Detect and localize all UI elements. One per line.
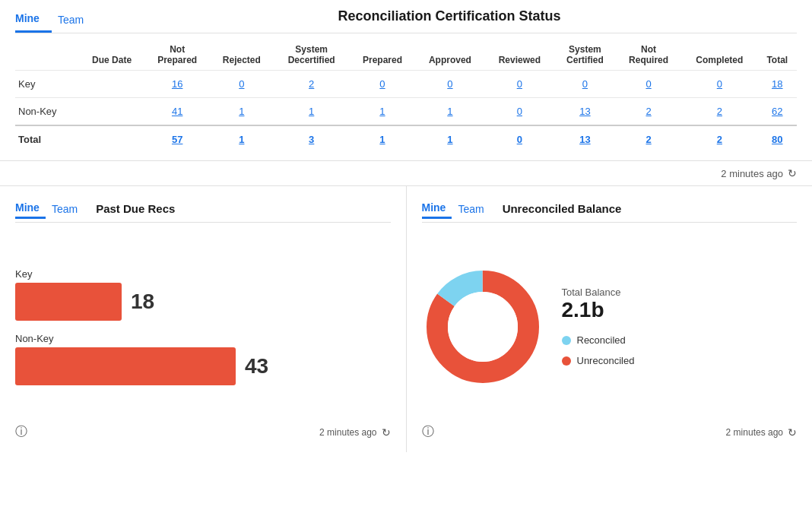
row-total-system-decertified[interactable]: 3 xyxy=(273,125,349,153)
past-due-non-key-value: 43 xyxy=(245,354,268,378)
row-total-total[interactable]: 80 xyxy=(758,125,797,153)
table-row-non-key: Non-Key 41 1 1 1 1 0 13 2 2 62 xyxy=(15,98,797,126)
past-due-key-bar-row: 18 xyxy=(15,283,391,321)
legend-reconciled: Reconciled xyxy=(562,334,635,346)
unreconciled-timestamp: 2 minutes ago xyxy=(726,427,783,438)
row-key-total[interactable]: 18 xyxy=(758,71,797,98)
unreconciled-header: Mine Team Unreconciled Balance xyxy=(422,198,798,223)
unreconciled-content: Total Balance 2.1b Reconciled Unreconcil… xyxy=(422,235,798,418)
row-total-rejected[interactable]: 1 xyxy=(210,125,273,153)
past-due-panel: Mine Team Past Due Recs Key 18 Non-Key 4… xyxy=(0,186,407,452)
table-row-total: Total 57 1 3 1 1 0 13 2 2 80 xyxy=(15,125,797,153)
top-section: Mine Team Reconciliation Certification S… xyxy=(0,0,812,161)
col-header-name xyxy=(15,40,79,71)
row-total-name: Total xyxy=(15,125,79,153)
unreconciled-refresh-icon[interactable]: ↻ xyxy=(788,426,797,439)
past-due-non-key-bar xyxy=(15,347,236,385)
row-non-key-name: Non-Key xyxy=(15,98,79,126)
legend-unreconciled-dot xyxy=(562,356,571,366)
donut-area: Total Balance 2.1b Reconciled Unreconcil… xyxy=(422,235,798,418)
row-key-reviewed[interactable]: 0 xyxy=(485,71,554,98)
past-due-content: Key 18 Non-Key 43 xyxy=(15,235,391,418)
unreconciled-info-icon[interactable]: ⓘ xyxy=(422,424,434,440)
row-key-approved[interactable]: 0 xyxy=(415,71,485,98)
row-key-completed[interactable]: 0 xyxy=(681,71,757,98)
col-header-due-date: Due Date xyxy=(79,40,144,71)
top-refresh-icon[interactable]: ↻ xyxy=(788,167,797,179)
col-header-not-prepared: NotPrepared xyxy=(144,40,210,71)
balance-info: Total Balance 2.1b xyxy=(562,287,635,322)
row-key-not-prepared[interactable]: 16 xyxy=(144,71,210,98)
past-due-tab-mine[interactable]: Mine xyxy=(15,198,46,219)
col-header-prepared: Prepared xyxy=(350,40,415,71)
past-due-title: Past Due Recs xyxy=(96,202,175,215)
row-non-key-completed[interactable]: 2 xyxy=(681,98,757,126)
unreconciled-title: Unreconciled Balance xyxy=(503,202,622,215)
col-header-not-required: NotRequired xyxy=(616,40,681,71)
col-header-reviewed: Reviewed xyxy=(485,40,554,71)
row-non-key-reviewed[interactable]: 0 xyxy=(485,98,554,126)
row-key-not-required[interactable]: 0 xyxy=(616,71,681,98)
donut-svg xyxy=(422,266,544,388)
past-due-key-value: 18 xyxy=(131,290,154,314)
row-non-key-system-certified[interactable]: 13 xyxy=(554,98,616,126)
top-header: Mine Team Reconciliation Certification S… xyxy=(15,0,797,33)
row-non-key-not-prepared[interactable]: 41 xyxy=(144,98,210,126)
legend-reconciled-dot xyxy=(562,336,571,345)
donut-legend: Reconciled Unreconciled xyxy=(562,334,635,366)
top-timestamp-row: 2 minutes ago ↻ xyxy=(0,161,812,186)
balance-value: 2.1b xyxy=(562,298,635,322)
row-key-due-date xyxy=(79,71,144,98)
row-total-reviewed[interactable]: 0 xyxy=(485,125,554,153)
row-total-not-prepared[interactable]: 57 xyxy=(144,125,210,153)
bottom-panels: Mine Team Past Due Recs Key 18 Non-Key 4… xyxy=(0,186,812,452)
unreconciled-tab-team[interactable]: Team xyxy=(458,200,490,218)
legend-unreconciled: Unreconciled xyxy=(562,355,635,366)
unreconciled-footer: ⓘ 2 minutes ago ↻ xyxy=(422,418,798,440)
row-total-prepared[interactable]: 1 xyxy=(350,125,415,153)
row-total-not-required[interactable]: 2 xyxy=(616,125,681,153)
row-total-system-certified[interactable]: 13 xyxy=(554,125,616,153)
table-row-key: Key 16 0 2 0 0 0 0 0 0 18 xyxy=(15,71,797,98)
row-key-system-decertified[interactable]: 2 xyxy=(273,71,349,98)
row-non-key-total[interactable]: 62 xyxy=(758,98,797,126)
row-total-approved[interactable]: 1 xyxy=(415,125,485,153)
legend-reconciled-label: Reconciled xyxy=(577,334,626,346)
tab-mine-top[interactable]: Mine xyxy=(15,6,52,33)
past-due-key-bar xyxy=(15,283,122,321)
past-due-non-key-label: Non-Key xyxy=(15,333,391,344)
svg-point-2 xyxy=(448,292,518,362)
row-non-key-due-date xyxy=(79,98,144,126)
unreconciled-footer-right: 2 minutes ago ↻ xyxy=(726,426,797,439)
row-key-prepared[interactable]: 0 xyxy=(350,71,415,98)
past-due-tab-team[interactable]: Team xyxy=(52,200,84,218)
balance-label: Total Balance xyxy=(562,287,635,298)
past-due-key-label: Key xyxy=(15,268,391,280)
past-due-footer-right: 2 minutes ago ↻ xyxy=(319,426,390,439)
past-due-header: Mine Team Past Due Recs xyxy=(15,198,391,223)
row-key-system-certified[interactable]: 0 xyxy=(554,71,616,98)
past-due-refresh-icon[interactable]: ↻ xyxy=(382,426,391,439)
page-title: Reconciliation Certification Status xyxy=(102,8,797,30)
row-non-key-not-required[interactable]: 2 xyxy=(616,98,681,126)
row-total-completed[interactable]: 2 xyxy=(681,125,757,153)
row-non-key-rejected[interactable]: 1 xyxy=(210,98,273,126)
tab-team-top[interactable]: Team xyxy=(58,8,96,32)
top-timestamp: 2 minutes ago xyxy=(721,168,783,179)
col-header-system-decertified: SystemDecertified xyxy=(273,40,349,71)
col-header-rejected: Rejected xyxy=(210,40,273,71)
col-header-total: Total xyxy=(758,40,797,71)
unreconciled-tab-mine[interactable]: Mine xyxy=(422,198,452,219)
row-total-due-date xyxy=(79,125,144,153)
col-header-system-certified: SystemCertified xyxy=(554,40,616,71)
row-non-key-approved[interactable]: 1 xyxy=(415,98,485,126)
legend-unreconciled-label: Unreconciled xyxy=(577,355,635,366)
past-due-key-item: Key 18 xyxy=(15,268,391,321)
row-non-key-prepared[interactable]: 1 xyxy=(350,98,415,126)
row-key-name: Key xyxy=(15,71,79,98)
col-header-approved: Approved xyxy=(415,40,485,71)
donut-chart xyxy=(422,266,544,388)
past-due-info-icon[interactable]: ⓘ xyxy=(15,424,27,440)
row-key-rejected[interactable]: 0 xyxy=(210,71,273,98)
row-non-key-system-decertified[interactable]: 1 xyxy=(273,98,349,126)
